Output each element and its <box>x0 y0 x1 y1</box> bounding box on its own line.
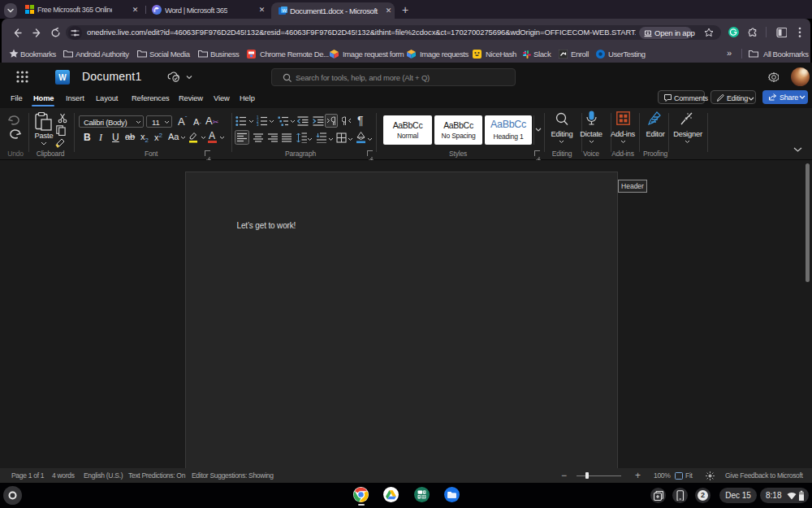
svg-text:W: W <box>282 8 287 13</box>
svg-text:W: W <box>58 73 67 82</box>
svg-text:3: 3 <box>257 123 259 127</box>
